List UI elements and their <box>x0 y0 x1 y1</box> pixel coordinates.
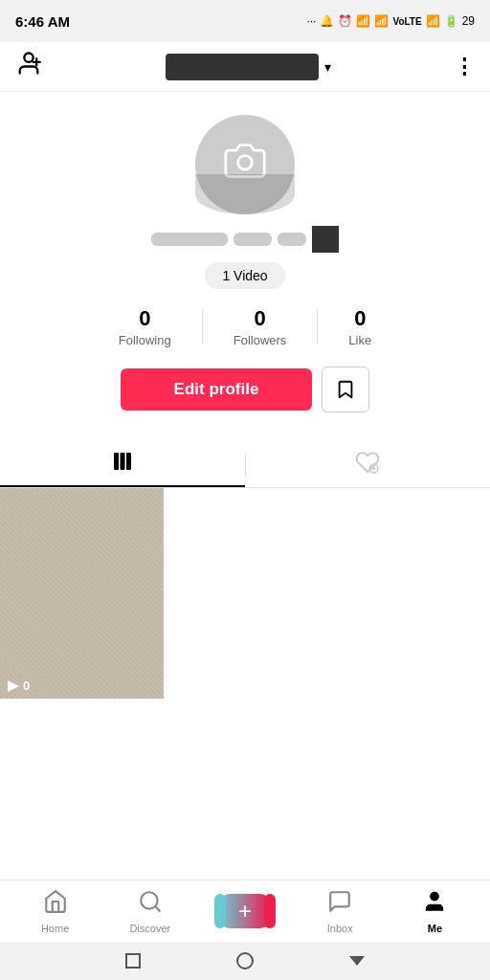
home-circle-icon <box>236 952 254 969</box>
svg-point-3 <box>238 155 253 169</box>
add-user-button[interactable] <box>15 50 42 83</box>
home-label: Home <box>41 923 69 934</box>
nav-item-discover[interactable]: Discover <box>102 889 197 934</box>
username-ph-4 <box>312 226 339 253</box>
avatar-shadow <box>195 174 295 214</box>
home-icon <box>43 889 68 920</box>
followers-count: 0 <box>254 306 265 331</box>
signal-dots: ··· <box>306 14 316 28</box>
more-options-button[interactable]: ⋮ <box>454 55 475 79</box>
username-placeholders <box>151 226 339 253</box>
create-button-wrap[interactable]: + <box>197 894 292 928</box>
back-triangle-icon <box>349 956 365 966</box>
username-ph-1 <box>151 233 228 246</box>
edit-profile-button[interactable]: Edit profile <box>121 368 313 411</box>
alarm-icon: ⏰ <box>338 14 352 28</box>
lte-icon: VoLTE <box>392 16 421 27</box>
video-badge: 1 Video <box>205 262 284 289</box>
likes-stat[interactable]: 0 Like <box>318 306 402 347</box>
svg-line-11 <box>155 906 160 911</box>
signal-bars-2: 📶 <box>374 14 389 28</box>
username-ph-3 <box>278 233 306 246</box>
inbox-icon <box>327 889 352 920</box>
play-count: 0 <box>8 679 30 693</box>
bottom-nav: Home Discover + Inbox <box>0 880 490 980</box>
battery-icon: 🔋 <box>444 14 458 28</box>
android-back-button[interactable] <box>120 947 146 974</box>
me-label: Me <box>428 923 442 934</box>
recents-icon <box>125 953 141 969</box>
video-grid: 0 <box>0 488 490 718</box>
bookmark-button[interactable] <box>322 367 369 412</box>
svg-point-12 <box>431 892 439 901</box>
plus-icon: + <box>238 898 252 924</box>
status-bar: 6:46 AM ··· 🔔 ⏰ 📶 📶 VoLTE 📶 🔋 29 <box>0 0 490 42</box>
top-nav: ▾ ⋮ <box>0 42 490 92</box>
followers-label: Followers <box>234 333 287 347</box>
action-row: Edit profile <box>121 367 370 412</box>
silent-icon: 🔔 <box>320 14 334 28</box>
status-icons: ··· 🔔 ⏰ 📶 📶 VoLTE 📶 🔋 29 <box>306 14 475 28</box>
username-dropdown[interactable]: ▾ <box>166 54 331 80</box>
discover-icon <box>138 889 163 920</box>
following-count: 0 <box>139 306 150 331</box>
bookmark-icon <box>335 379 356 400</box>
grid-icon <box>111 450 134 479</box>
android-nav-bar <box>0 942 490 980</box>
tab-liked[interactable] <box>246 443 491 487</box>
video-thumbnail[interactable]: 0 <box>0 488 164 699</box>
liked-icon <box>355 450 380 480</box>
content-tabs <box>0 443 490 488</box>
play-count-number: 0 <box>23 679 30 693</box>
stats-row: 0 Following 0 Followers 0 Like <box>15 306 475 347</box>
profile-section: 1 Video 0 Following 0 Followers 0 Like E… <box>0 92 490 435</box>
video-texture <box>0 488 164 699</box>
play-icon <box>8 680 19 692</box>
tab-grid[interactable] <box>0 443 245 487</box>
inbox-label: Inbox <box>327 923 353 934</box>
svg-rect-4 <box>114 453 119 470</box>
battery-level: 29 <box>462 14 475 28</box>
username-ph-2 <box>234 233 272 246</box>
avatar[interactable] <box>195 115 295 214</box>
dropdown-arrow: ▾ <box>324 59 331 75</box>
svg-rect-6 <box>126 453 131 470</box>
nav-item-me[interactable]: Me <box>388 889 482 934</box>
nav-item-home[interactable]: Home <box>8 889 102 934</box>
followers-stat[interactable]: 0 Followers <box>203 306 318 347</box>
android-recents-button[interactable] <box>344 947 370 974</box>
nav-item-inbox[interactable]: Inbox <box>293 889 388 934</box>
nav-items: Home Discover + Inbox <box>0 880 490 942</box>
discover-label: Discover <box>129 923 170 934</box>
following-label: Following <box>119 333 171 347</box>
create-button[interactable]: + <box>220 894 270 928</box>
wifi-icon: 📶 <box>426 14 440 28</box>
me-icon <box>422 889 447 920</box>
signal-bars-1: 📶 <box>356 14 370 28</box>
likes-label: Like <box>348 333 371 347</box>
likes-count: 0 <box>354 306 366 331</box>
status-time: 6:46 AM <box>15 13 70 30</box>
svg-rect-5 <box>120 453 124 470</box>
android-home-button[interactable] <box>232 947 258 974</box>
svg-point-0 <box>24 54 33 62</box>
following-stat[interactable]: 0 Following <box>88 306 202 347</box>
username-display <box>166 54 319 80</box>
